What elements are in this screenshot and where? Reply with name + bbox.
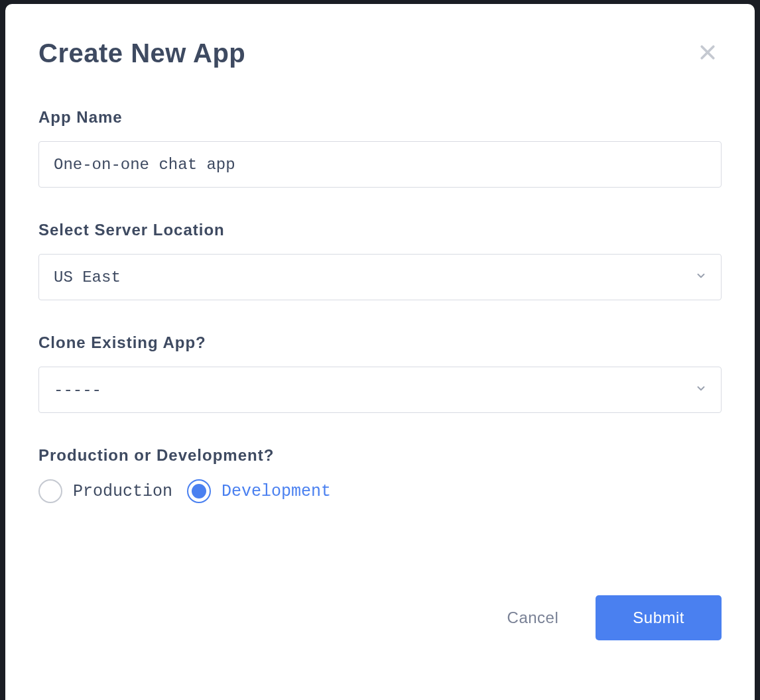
env-label: Production or Development? — [38, 446, 722, 465]
clone-app-select[interactable]: ----- — [38, 367, 722, 413]
clone-app-field-group: Clone Existing App? ----- — [38, 333, 722, 413]
server-location-label: Select Server Location — [38, 221, 722, 239]
clone-app-select-wrap: ----- — [38, 367, 722, 413]
app-name-input[interactable] — [38, 141, 722, 188]
radio-circle-icon — [38, 479, 62, 503]
server-location-select[interactable]: US East — [38, 254, 722, 300]
modal-header: Create New App — [38, 38, 722, 68]
app-name-field-group: App Name — [38, 108, 722, 188]
modal-backdrop: Create New App App Name Select Server Lo… — [0, 0, 760, 700]
development-radio[interactable]: Development — [187, 479, 331, 503]
submit-button[interactable]: Submit — [596, 595, 722, 640]
production-radio-label: Production — [73, 482, 172, 501]
server-location-value: US East — [54, 268, 121, 286]
cancel-button[interactable]: Cancel — [507, 609, 559, 627]
clone-app-label: Clone Existing App? — [38, 333, 722, 352]
create-app-modal: Create New App App Name Select Server Lo… — [5, 4, 755, 700]
close-icon — [698, 42, 718, 65]
close-button[interactable] — [695, 40, 720, 68]
env-field-group: Production or Development? Production De… — [38, 446, 722, 503]
modal-title: Create New App — [38, 38, 245, 68]
clone-app-value: ----- — [54, 381, 101, 399]
env-radio-row: Production Development — [38, 479, 722, 503]
modal-footer: Cancel Submit — [38, 595, 722, 667]
radio-circle-selected-icon — [187, 479, 211, 503]
app-name-label: App Name — [38, 108, 722, 127]
radio-dot-icon — [192, 484, 206, 498]
production-radio[interactable]: Production — [38, 479, 172, 503]
server-location-select-wrap: US East — [38, 254, 722, 300]
development-radio-label: Development — [222, 482, 331, 501]
server-location-field-group: Select Server Location US East — [38, 221, 722, 300]
